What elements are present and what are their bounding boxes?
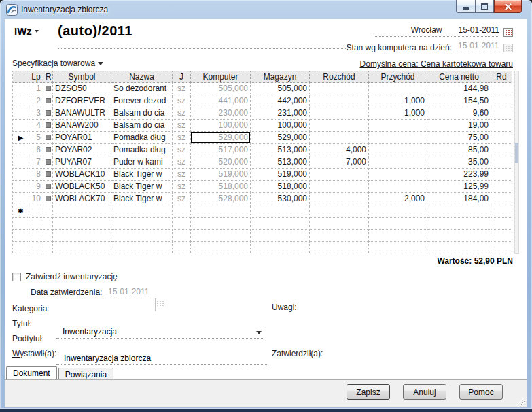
cell-symbol[interactable]: POYAR02	[53, 144, 111, 156]
cell-przychod[interactable]: 2,000	[369, 193, 427, 205]
cell-j[interactable]: sz	[173, 169, 191, 181]
cell-komputer[interactable]: 529,000	[191, 132, 251, 144]
cell-rozchod[interactable]	[310, 193, 369, 205]
cell-rd[interactable]	[491, 156, 512, 169]
cell-przychod[interactable]	[369, 181, 427, 193]
new-row-cell[interactable]	[310, 205, 369, 218]
cell-cena-netto[interactable]: 85,00	[427, 144, 491, 156]
cell-nazwa[interactable]: Black Tiger w	[111, 181, 173, 193]
tab-powiazania[interactable]: Powiązania	[58, 368, 113, 379]
cell-r[interactable]	[43, 156, 53, 169]
cell-rozchod[interactable]	[310, 107, 369, 120]
cell-r[interactable]	[43, 83, 53, 95]
cell-nazwa[interactable]: Black Tiger w	[111, 169, 173, 181]
row-marker[interactable]	[13, 83, 29, 95]
cell-przychod[interactable]	[369, 120, 427, 132]
spec-dropdown[interactable]: Specyfikacja towarowa	[12, 58, 103, 68]
cell-r[interactable]	[43, 132, 53, 144]
cell-magazyn[interactable]: 100,000	[251, 120, 310, 132]
cell-j[interactable]: sz	[173, 95, 191, 107]
cell-cena-netto[interactable]: 19,00	[427, 120, 491, 132]
cell-r[interactable]	[43, 120, 53, 132]
category-select[interactable]: Inwentaryzacja	[56, 327, 263, 339]
cell-nazwa[interactable]: Balsam do cia	[111, 120, 173, 132]
cell-rozchod[interactable]	[310, 120, 369, 132]
cell-przychod[interactable]	[369, 169, 427, 181]
cell-przychod[interactable]	[369, 83, 427, 95]
cell-lp[interactable]: 5	[29, 132, 43, 144]
cell-magazyn[interactable]: 231,000	[251, 107, 310, 120]
cell-lp[interactable]: 9	[29, 181, 43, 193]
cell-j[interactable]: sz	[173, 181, 191, 193]
spec-grid-scrollbar[interactable]	[514, 71, 519, 254]
cell-lp[interactable]: 1	[29, 83, 43, 95]
new-row-cell[interactable]	[369, 205, 427, 218]
new-row-cell[interactable]	[427, 205, 491, 218]
cell-rd[interactable]	[491, 107, 512, 120]
row-marker[interactable]	[13, 107, 29, 120]
cell-rd[interactable]	[491, 83, 512, 95]
cell-r[interactable]	[43, 193, 53, 205]
cell-r[interactable]	[43, 144, 53, 156]
new-row-cell[interactable]	[251, 205, 310, 218]
cell-j[interactable]: sz	[173, 120, 191, 132]
cell-j[interactable]: sz	[173, 83, 191, 95]
cell-lp[interactable]: 6	[29, 144, 43, 156]
cell-komputer[interactable]: 230,000	[191, 107, 251, 120]
cell-lp[interactable]: 7	[29, 156, 43, 169]
cell-symbol[interactable]: WOBLACK70	[53, 193, 111, 205]
row-marker[interactable]	[13, 193, 29, 205]
cell-nazwa[interactable]: Puder w kami	[111, 156, 173, 169]
new-row-cell[interactable]	[111, 205, 173, 218]
cell-magazyn[interactable]: 530,000	[251, 193, 310, 205]
cell-cena-netto[interactable]: 35,00	[427, 156, 491, 169]
cell-lp[interactable]: 2	[29, 95, 43, 107]
cell-nazwa[interactable]: Black Tiger w	[111, 193, 173, 205]
cell-cena-netto[interactable]: 75,00	[427, 132, 491, 144]
cell-symbol[interactable]: DZSO50	[53, 83, 111, 95]
cell-cena-netto[interactable]: 223,99	[427, 169, 491, 181]
new-row-cell[interactable]	[491, 205, 512, 218]
cell-rozchod[interactable]	[310, 132, 369, 144]
category-dropdown-arrow-icon[interactable]	[256, 331, 262, 334]
cell-r[interactable]	[43, 169, 53, 181]
cell-nazwa[interactable]: Pomadka dług	[111, 144, 173, 156]
cell-lp[interactable]: 4	[29, 120, 43, 132]
cell-j[interactable]: sz	[173, 132, 191, 144]
cell-cena-netto[interactable]: 154,50	[427, 95, 491, 107]
row-marker[interactable]	[13, 156, 29, 169]
cell-rd[interactable]	[491, 193, 512, 205]
cell-magazyn[interactable]: 529,000	[251, 132, 310, 144]
new-row-cell[interactable]	[191, 205, 251, 218]
cell-symbol[interactable]: DZFOREVER	[53, 95, 111, 107]
cell-symbol[interactable]: POYAR01	[53, 132, 111, 144]
cell-przychod[interactable]: 1,000	[369, 107, 427, 120]
cell-j[interactable]: sz	[173, 156, 191, 169]
cell-rd[interactable]	[491, 120, 512, 132]
new-row-cell[interactable]	[53, 205, 111, 218]
row-selected-arrow-icon[interactable]: ▶	[13, 132, 29, 144]
cell-lp[interactable]: 10	[29, 193, 43, 205]
cell-rozchod[interactable]: 4,000	[310, 144, 369, 156]
new-row-cell[interactable]	[29, 205, 43, 218]
cancel-button[interactable]: Anuluj	[403, 384, 446, 400]
cell-rozchod[interactable]	[310, 83, 369, 95]
cell-rozchod[interactable]	[310, 95, 369, 107]
cell-rd[interactable]	[491, 181, 512, 193]
cell-komputer[interactable]: 441,000	[191, 95, 251, 107]
cell-cena-netto[interactable]: 144,98	[427, 83, 491, 95]
cell-rozchod[interactable]	[310, 181, 369, 193]
cell-magazyn[interactable]: 513,000	[251, 156, 310, 169]
doc-type-dropdown[interactable]: IWz	[14, 25, 39, 37]
cell-lp[interactable]: 8	[29, 169, 43, 181]
cell-komputer[interactable]: 520,000	[191, 156, 251, 169]
title-input[interactable]: Inwentaryzacja zbiorcza	[56, 354, 267, 365]
new-row-asterisk-icon[interactable]: ✱	[13, 205, 29, 218]
cell-r[interactable]	[43, 95, 53, 107]
resize-grip-icon[interactable]	[516, 396, 525, 405]
new-row-cell[interactable]	[173, 205, 191, 218]
row-marker[interactable]	[13, 144, 29, 156]
cell-symbol[interactable]: BANAWULTR	[53, 107, 111, 120]
cell-cena-netto[interactable]: 9,60	[427, 107, 491, 120]
approve-checkbox[interactable]	[12, 273, 21, 281]
